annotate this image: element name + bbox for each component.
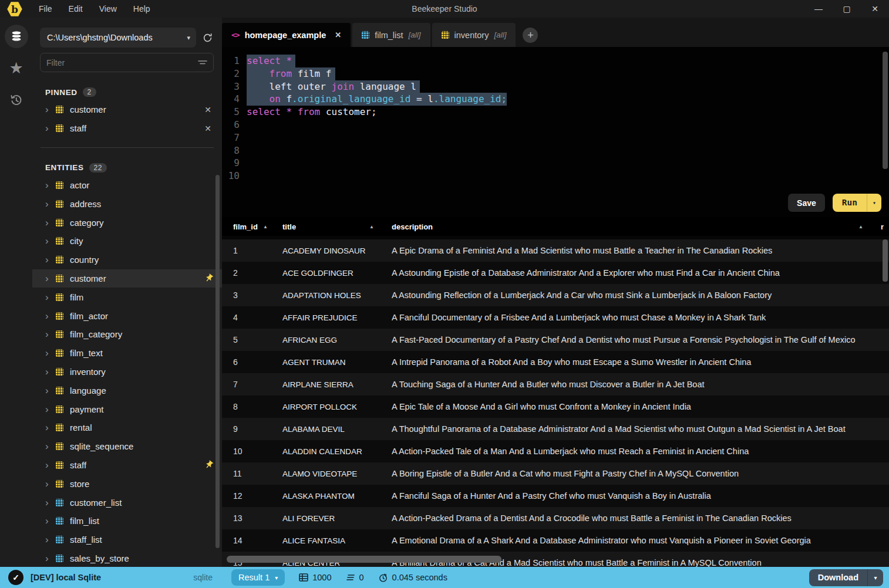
table-row[interactable]: 7AIRPLANE SIERRAA Touching Saga of a Hun… bbox=[222, 373, 889, 396]
column-header-description[interactable]: description▲ bbox=[392, 222, 881, 231]
column-header-film_id[interactable]: film_id▲ bbox=[233, 222, 282, 231]
tab-film_list[interactable]: film_list[all] bbox=[352, 23, 430, 47]
chevron-right-icon[interactable]: › bbox=[45, 104, 56, 114]
run-button[interactable]: Run ▾ bbox=[833, 194, 881, 212]
pin-icon[interactable] bbox=[204, 273, 214, 283]
table-row[interactable]: 4AFFAIR PREJUDICEA Fanciful Documentary … bbox=[222, 306, 889, 329]
close-button[interactable]: ✕ bbox=[861, 0, 889, 18]
chevron-right-icon[interactable]: › bbox=[45, 535, 56, 545]
sidebar-item-rental[interactable]: ›rental bbox=[32, 418, 222, 437]
minimize-button[interactable]: — bbox=[804, 0, 833, 18]
sidebar-item-staff_list[interactable]: ›staff_list bbox=[32, 530, 222, 549]
sidebar-scrollbar[interactable] bbox=[215, 175, 220, 548]
sidebar-item-category[interactable]: ›category bbox=[32, 213, 222, 232]
chevron-right-icon[interactable]: › bbox=[45, 441, 56, 451]
chevron-right-icon[interactable]: › bbox=[45, 236, 56, 246]
editor-scrollbar[interactable] bbox=[883, 52, 888, 169]
pin-icon[interactable] bbox=[204, 460, 214, 469]
chevron-right-icon[interactable]: › bbox=[45, 479, 56, 489]
chevron-right-icon[interactable]: › bbox=[45, 367, 56, 377]
table-row[interactable]: 3ADAPTATION HOLESA Astounding Reflection… bbox=[222, 284, 889, 306]
sidebar-item-customer[interactable]: ›customer✕ bbox=[32, 100, 222, 119]
history-rail-button[interactable] bbox=[5, 88, 28, 111]
chevron-right-icon[interactable]: › bbox=[45, 423, 56, 432]
sidebar-item-country[interactable]: ›country bbox=[32, 251, 222, 269]
connection-selector[interactable]: C:\Users\ghstng\Downloads ▾ bbox=[40, 28, 196, 48]
sidebar-item-film_text[interactable]: ›film_text bbox=[32, 344, 222, 363]
chevron-right-icon[interactable]: › bbox=[45, 255, 56, 265]
chevron-right-icon[interactable]: › bbox=[45, 553, 56, 563]
menu-edit[interactable]: Edit bbox=[60, 0, 91, 18]
sidebar-item-actor[interactable]: ›actor bbox=[32, 176, 222, 195]
sidebar-item-staff[interactable]: ›staff✕ bbox=[32, 119, 222, 138]
menu-help[interactable]: Help bbox=[125, 0, 159, 18]
new-tab-button[interactable]: + bbox=[523, 28, 538, 43]
chevron-right-icon[interactable]: › bbox=[45, 311, 56, 321]
maximize-button[interactable]: ▢ bbox=[833, 0, 861, 18]
chevron-right-icon[interactable]: › bbox=[45, 292, 56, 302]
table-row[interactable]: 1ACADEMY DINOSAURA Epic Drama of a Femin… bbox=[222, 239, 889, 262]
tab-inventory[interactable]: inventory[all] bbox=[432, 23, 516, 47]
table-row[interactable]: 9ALABAMA DEVILA Thoughtful Panorama of a… bbox=[222, 418, 889, 440]
chevron-right-icon[interactable]: › bbox=[45, 329, 56, 339]
chevron-right-icon[interactable]: › bbox=[45, 123, 56, 133]
results-vertical-scrollbar[interactable] bbox=[883, 239, 888, 282]
sort-asc-icon[interactable]: ▲ bbox=[858, 224, 863, 229]
download-button[interactable]: Download ▾ bbox=[809, 569, 883, 586]
result-tab-button[interactable]: Result 1 ▾ bbox=[231, 569, 285, 586]
chevron-right-icon[interactable]: › bbox=[45, 498, 56, 508]
connections-rail-button[interactable] bbox=[5, 25, 28, 48]
sidebar-item-inventory[interactable]: ›inventory bbox=[32, 363, 222, 381]
table-row[interactable]: 14ALICE FANTASIAA Emotional Drama of a A… bbox=[222, 529, 889, 552]
table-row[interactable]: 8AIRPORT POLLOCKA Epic Tale of a Moose A… bbox=[222, 396, 889, 418]
sidebar-item-city[interactable]: ›city bbox=[32, 232, 222, 251]
sidebar-item-language[interactable]: ›language bbox=[32, 381, 222, 400]
sidebar-item-customer_list[interactable]: ›customer_list bbox=[32, 493, 222, 512]
column-header-title[interactable]: title▲ bbox=[282, 222, 392, 231]
menu-view[interactable]: View bbox=[91, 0, 125, 18]
sort-asc-icon[interactable]: ▲ bbox=[369, 224, 374, 229]
sidebar-item-sqlite_sequence[interactable]: ›sqlite_sequence bbox=[32, 437, 222, 456]
sidebar-item-store[interactable]: ›store bbox=[32, 474, 222, 493]
favorites-rail-button[interactable]: ★ bbox=[5, 56, 28, 80]
chevron-right-icon[interactable]: › bbox=[45, 348, 56, 358]
download-label[interactable]: Download bbox=[809, 569, 867, 586]
sidebar-item-sales_by_store[interactable]: ›sales_by_store bbox=[32, 549, 222, 567]
menu-file[interactable]: File bbox=[31, 0, 60, 18]
chevron-right-icon[interactable]: › bbox=[45, 386, 56, 396]
table-row[interactable]: 2ACE GOLDFINGERA Astounding Epistle of a… bbox=[222, 262, 889, 284]
tab-homepage_example[interactable]: <>homepage_example✕ bbox=[222, 23, 351, 47]
sidebar-item-customer[interactable]: ›customer bbox=[32, 269, 222, 288]
run-options-caret[interactable]: ▾ bbox=[867, 194, 881, 212]
column-header-r[interactable]: r bbox=[881, 222, 889, 231]
sidebar-item-film[interactable]: ›film bbox=[32, 288, 222, 306]
save-button[interactable]: Save bbox=[788, 194, 825, 212]
chevron-right-icon[interactable]: › bbox=[45, 273, 56, 283]
refresh-button[interactable] bbox=[201, 32, 214, 43]
table-row[interactable]: 11ALAMO VIDEOTAPEA Boring Epistle of a B… bbox=[222, 462, 889, 485]
run-button-label[interactable]: Run bbox=[833, 194, 867, 212]
chevron-right-icon[interactable]: › bbox=[45, 460, 56, 470]
chevron-right-icon[interactable]: › bbox=[45, 218, 56, 228]
unpin-close-icon[interactable]: ✕ bbox=[202, 104, 214, 116]
sql-editor[interactable]: 1select *2 from film f3 left outer join … bbox=[222, 47, 889, 217]
sidebar-item-film_list[interactable]: ›film_list bbox=[32, 512, 222, 530]
sidebar-item-film_actor[interactable]: ›film_actor bbox=[32, 306, 222, 325]
table-row[interactable]: 12ALASKA PHANTOMA Fanciful Saga of a Hun… bbox=[222, 485, 889, 507]
chevron-right-icon[interactable]: › bbox=[45, 199, 56, 209]
sidebar-item-payment[interactable]: ›payment bbox=[32, 400, 222, 418]
chevron-right-icon[interactable]: › bbox=[45, 180, 56, 190]
table-row[interactable]: 13ALI FOREVERA Action-Packed Drama of a … bbox=[222, 507, 889, 529]
sort-asc-icon[interactable]: ▲ bbox=[263, 224, 268, 229]
sidebar-item-address[interactable]: ›address bbox=[32, 194, 222, 213]
table-row[interactable]: 6AGENT TRUMANA Intrepid Panorama of a Ro… bbox=[222, 351, 889, 373]
table-row[interactable]: 5AFRICAN EGGA Fast-Paced Documentary of … bbox=[222, 329, 889, 351]
tab-close-icon[interactable]: ✕ bbox=[335, 31, 341, 39]
sidebar-item-film_category[interactable]: ›film_category bbox=[32, 325, 222, 344]
unpin-close-icon[interactable]: ✕ bbox=[202, 123, 214, 134]
download-options-caret[interactable]: ▾ bbox=[868, 569, 883, 586]
chevron-right-icon[interactable]: › bbox=[45, 404, 56, 414]
sidebar-item-staff[interactable]: ›staff bbox=[32, 456, 222, 475]
filter-input[interactable] bbox=[46, 58, 198, 67]
table-row[interactable]: 10ALADDIN CALENDARA Action-Packed Tale o… bbox=[222, 440, 889, 462]
